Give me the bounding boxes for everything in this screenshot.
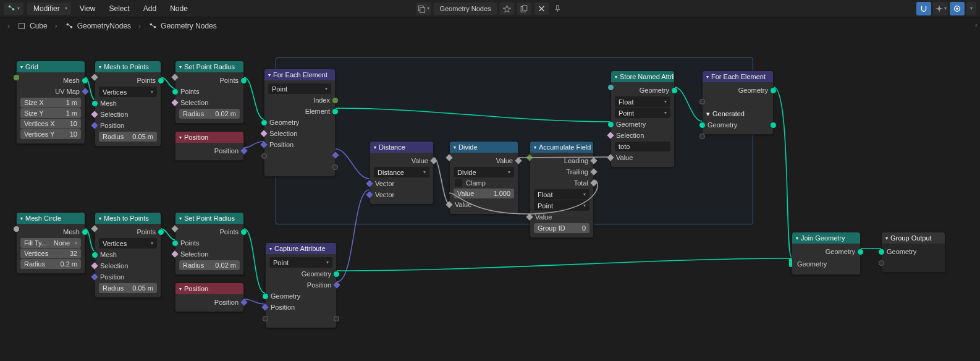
node-grid[interactable]: ▾Grid Mesh UV Map Size X1 m Size Y1 m Ve… — [16, 61, 85, 144]
menu-add[interactable]: Add — [138, 2, 161, 15]
input-socket-selection[interactable] — [171, 250, 178, 257]
nodetree-name-field[interactable]: Geometry Nodes — [433, 2, 497, 15]
input-socket[interactable] — [608, 85, 614, 90]
node-position-2[interactable]: ▾Position Position — [175, 282, 244, 312]
output-socket-geometry[interactable] — [771, 88, 776, 93]
input-socket-extend[interactable] — [261, 153, 267, 159]
snap-options[interactable]: ▾ — [933, 2, 948, 15]
select-mode[interactable]: Vertices — [99, 238, 157, 248]
browse-nodetree-button[interactable]: ▾ — [416, 2, 431, 15]
snap-toggle[interactable] — [916, 2, 931, 15]
field-radius[interactable]: Radius0.02 m — [179, 109, 240, 119]
field-size-x[interactable]: Size X1 m — [20, 98, 81, 108]
input-socket-points[interactable] — [172, 240, 178, 246]
output-socket-index[interactable] — [332, 98, 338, 103]
input-socket-extend[interactable] — [699, 134, 705, 139]
output-socket-extend[interactable] — [334, 316, 339, 321]
output-socket-extend[interactable] — [332, 164, 338, 170]
node-position-1[interactable]: ▾Position Position — [175, 131, 244, 161]
select-type[interactable]: Float — [615, 96, 670, 107]
input-socket-geometry[interactable] — [608, 122, 614, 127]
output-socket-points[interactable] — [241, 78, 247, 83]
select-mode[interactable]: Vertices — [99, 87, 157, 97]
unlink-nodetree-button[interactable] — [534, 2, 549, 15]
node-mesh-circle[interactable]: ▾Mesh Circle Mesh Fill Ty...None▾ Vertic… — [16, 212, 85, 274]
menu-node[interactable]: Node — [165, 2, 193, 15]
output-socket-geometry[interactable] — [334, 271, 339, 277]
node-divide[interactable]: ▾Divide Value Divide Clamp Value1.000 Va… — [449, 141, 518, 214]
chevron-left-icon[interactable]: ‹ — [975, 21, 978, 30]
output-socket-uvmap[interactable] — [82, 88, 88, 95]
input-socket-selection[interactable] — [91, 111, 98, 117]
input-socket-extend[interactable] — [699, 99, 705, 104]
menu-view[interactable]: View — [75, 2, 101, 15]
output-socket-geometry[interactable] — [672, 88, 677, 93]
output-socket-position[interactable] — [240, 299, 247, 305]
field-fill-type[interactable]: Fill Ty...None▾ — [20, 238, 81, 248]
new-nodetree-button[interactable] — [517, 2, 532, 15]
field-value-a[interactable]: Value1.000 — [454, 189, 514, 198]
field-radius[interactable]: Radius0.2 m — [20, 259, 81, 269]
node-foreach-input[interactable]: ▾For Each Element Point Index Element Ge… — [264, 69, 336, 177]
node-mesh-to-points-1[interactable]: ▾Mesh to Points Points Vertices Mesh Sel… — [95, 61, 161, 147]
input-socket-geometry[interactable] — [263, 294, 268, 299]
select-domain[interactable]: Point — [615, 108, 670, 118]
node-set-point-radius-1[interactable]: ▾Set Point Radius Points Points Selectio… — [175, 61, 244, 124]
fake-user-button[interactable] — [500, 2, 515, 15]
node-capture-attribute[interactable]: ▾Capture Attribute Point Geometry Positi… — [265, 242, 337, 328]
select-op[interactable]: Distance — [374, 167, 429, 177]
node-join-geometry[interactable]: ▾Join Geometry Geometry Geometry — [792, 232, 861, 275]
output-socket-geometry[interactable] — [858, 249, 863, 255]
select-domain[interactable]: Point — [268, 83, 331, 94]
breadcrumb-object[interactable]: Cube — [17, 22, 48, 30]
pin-button[interactable] — [552, 4, 564, 13]
input-socket[interactable] — [14, 75, 19, 80]
output-socket-element[interactable] — [332, 109, 338, 114]
field-vertices-x[interactable]: Vertices X10 — [20, 119, 81, 129]
header-mode-dropdown[interactable]: Modifier — [27, 2, 71, 15]
node-distance[interactable]: ▾Distance Value Distance Vector Vector — [370, 141, 434, 205]
node-store-named-attribute[interactable]: ▾Store Named Attrib... Geometry Float Po… — [610, 70, 675, 168]
output-socket-points[interactable] — [158, 78, 164, 83]
field-radius[interactable]: Radius0.05 m — [99, 132, 157, 142]
menu-select[interactable]: Select — [104, 2, 134, 15]
input-socket-position[interactable] — [91, 122, 98, 129]
input-socket-points[interactable] — [172, 89, 178, 95]
input-socket-mesh[interactable] — [92, 101, 98, 106]
output-socket-position[interactable] — [333, 281, 340, 288]
field-name[interactable]: toto — [615, 142, 670, 151]
input-socket-position[interactable] — [91, 273, 98, 280]
input-socket-position[interactable] — [260, 141, 267, 148]
select-domain[interactable]: Point — [269, 257, 332, 268]
output-socket-points[interactable] — [241, 229, 247, 235]
input-socket-mesh[interactable] — [92, 252, 98, 258]
node-mesh-to-points-2[interactable]: ▾Mesh to Points Points Vertices Mesh Sel… — [95, 212, 161, 298]
breadcrumb-modifier[interactable]: GeometryNodes — [65, 22, 131, 30]
node-group-output[interactable]: ▾Group Output Geometry — [881, 232, 945, 273]
overlay-toggle[interactable] — [950, 2, 965, 15]
field-radius[interactable]: Radius0.02 m — [179, 260, 240, 270]
output-socket-points[interactable] — [158, 229, 164, 235]
output-socket-position[interactable] — [240, 147, 247, 154]
node-accumulate-field[interactable]: ▾Accumulate Field Leading Trailing Total… — [530, 141, 594, 238]
node-canvas[interactable]: ▾Grid Mesh UV Map Size X1 m Size Y1 m Ve… — [0, 35, 980, 361]
field-group-id[interactable]: Group ID0 — [534, 223, 589, 233]
field-vertices-y[interactable]: Vertices Y10 — [20, 129, 81, 139]
select-type[interactable]: Float — [534, 189, 589, 200]
input-socket-selection[interactable] — [171, 99, 178, 106]
output-socket-geometry-gen[interactable] — [771, 122, 776, 128]
output-socket-mesh[interactable] — [82, 78, 88, 83]
input-socket-selection[interactable] — [260, 130, 267, 137]
input-socket-geometry[interactable] — [261, 120, 267, 125]
checkbox-clamp[interactable]: Clamp — [450, 178, 518, 188]
input-socket-position[interactable] — [261, 304, 268, 310]
select-domain[interactable]: Point — [534, 200, 589, 211]
input-socket-extend[interactable] — [879, 260, 884, 266]
field-size-y[interactable]: Size Y1 m — [20, 108, 81, 118]
field-radius[interactable]: Radius0.05 m — [99, 283, 157, 293]
output-socket-mesh[interactable] — [82, 229, 88, 235]
field-vertices[interactable]: Vertices32 — [20, 248, 81, 258]
select-op[interactable]: Divide — [454, 167, 514, 177]
editor-type-dropdown[interactable] — [4, 2, 23, 15]
input-socket-geometry-multi[interactable] — [789, 258, 792, 267]
